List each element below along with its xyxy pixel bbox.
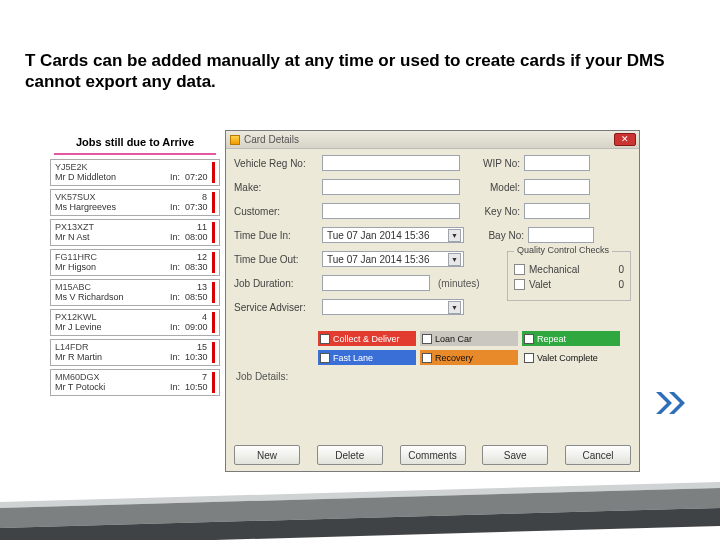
tag-label: Loan Car [435,334,472,344]
card-num: 8 [202,192,207,202]
job-card[interactable]: PX13XZT11Mr N AstIn: 08:00 [50,219,220,246]
job-card[interactable]: FG11HRC12Mr HigsonIn: 08:30 [50,249,220,276]
tag-label: Collect & Deliver [333,334,400,344]
card-num: 11 [197,222,207,232]
footer-decor [0,488,720,540]
job-card[interactable]: PX12KWL4Mr J LevineIn: 09:00 [50,309,220,336]
label-vehicle-reg: Vehicle Reg No: [234,158,318,169]
tag-label: Valet Complete [537,353,598,363]
model-input[interactable] [524,179,590,195]
key-no-input[interactable] [524,203,590,219]
card-time: In: 10:30 [170,352,215,362]
job-card[interactable]: L14FDR15Mr R MartinIn: 10:30 [50,339,220,366]
qc-label: Valet [529,279,612,290]
qc-legend: Quality Control Checks [514,245,612,255]
checkbox[interactable] [320,353,330,363]
checkbox[interactable] [524,334,534,344]
job-card[interactable]: YJ5E2KMr D MiddletonIn: 07:20 [50,159,220,186]
chevron-down-icon[interactable]: ▼ [448,301,461,314]
customer-input[interactable] [322,203,460,219]
job-duration-input[interactable] [322,275,430,291]
jobs-panel: Jobs still due to Arrive YJ5E2KMr D Midd… [50,132,220,399]
save-button[interactable]: Save [482,445,548,465]
label-bay-no: Bay No: [474,230,524,241]
job-card[interactable]: VK57SUX8Ms HargreevesIn: 07:30 [50,189,220,216]
delete-button[interactable]: Delete [317,445,383,465]
card-name: Mr D Middleton [55,172,116,182]
tag-repeat[interactable]: Repeat [522,331,620,346]
card-status-bar [212,222,215,243]
card-time: In: 07:20 [170,172,215,182]
cancel-button[interactable]: Cancel [565,445,631,465]
new-button[interactable]: New [234,445,300,465]
checkbox[interactable] [422,334,432,344]
label-key-no: Key No: [470,206,520,217]
label-customer: Customer: [234,206,318,217]
time-due-in-combo[interactable]: Tue 07 Jan 2014 15:36 ▼ [322,227,464,243]
card-status-bar [212,342,215,363]
card-time: In: 08:50 [170,292,215,302]
card-reg: PX13XZT [55,222,215,232]
time-due-out-combo[interactable]: Tue 07 Jan 2014 15:36 ▼ [322,251,464,267]
card-time: In: 07:30 [170,202,215,212]
card-reg: VK57SUX [55,192,215,202]
checkbox[interactable] [422,353,432,363]
card-details-dialog: Card Details ✕ Vehicle Reg No: WIP No: M… [225,130,640,472]
quality-control-group: Quality Control Checks Mechanical0Valet0 [507,251,631,301]
dialog-titlebar: Card Details ✕ [226,131,639,149]
label-time-due-in: Time Due In: [234,230,318,241]
card-num: 12 [197,252,207,262]
card-name: Mr N Ast [55,232,90,242]
close-icon[interactable]: ✕ [614,133,636,146]
qc-label: Mechanical [529,264,612,275]
checkbox[interactable] [514,264,525,275]
card-status-bar [212,192,215,213]
card-name: Ms V Richardson [55,292,124,302]
job-card[interactable]: M15ABC13Ms V RichardsonIn: 08:50 [50,279,220,306]
card-status-bar [212,312,215,333]
label-wip-no: WIP No: [470,158,520,169]
checkbox[interactable] [320,334,330,344]
card-name: Mr R Martin [55,352,102,362]
card-reg: M15ABC [55,282,215,292]
card-name: Mr Higson [55,262,96,272]
card-time: In: 08:30 [170,262,215,272]
wip-no-input[interactable] [524,155,590,171]
tag-fast-lane[interactable]: Fast Lane [318,350,416,365]
svg-marker-0 [656,392,672,414]
tag-collect-deliver[interactable]: Collect & Deliver [318,331,416,346]
service-adviser-combo[interactable]: ▼ [322,299,464,315]
card-time: In: 09:00 [170,322,215,332]
checkbox[interactable] [514,279,525,290]
bay-no-input[interactable] [528,227,594,243]
card-reg: L14FDR [55,342,215,352]
vehicle-reg-input[interactable] [322,155,460,171]
tag-label: Fast Lane [333,353,373,363]
dialog-icon [230,135,240,145]
label-service-adviser: Service Adviser: [234,302,318,313]
dialog-buttons: NewDeleteCommentsSaveCancel [234,445,631,465]
card-time: In: 08:00 [170,232,215,242]
card-reg: YJ5E2K [55,162,215,172]
label-make: Make: [234,182,318,193]
job-card[interactable]: MM60DGX7Mr T PotockiIn: 10:50 [50,369,220,396]
chevron-down-icon[interactable]: ▼ [448,253,461,266]
card-status-bar [212,282,215,303]
card-status-bar [212,372,215,393]
make-input[interactable] [322,179,460,195]
qc-value: 0 [612,264,624,275]
tag-recovery[interactable]: Recovery [420,350,518,365]
comments-button[interactable]: Comments [400,445,466,465]
card-reg: FG11HRC [55,252,215,262]
next-arrows-icon[interactable] [656,392,690,414]
card-status-bar [212,162,215,183]
jobs-panel-divider [54,153,216,155]
checkbox[interactable] [524,353,534,363]
chevron-down-icon[interactable]: ▼ [448,229,461,242]
card-reg: MM60DGX [55,372,215,382]
duration-unit: (minutes) [438,278,480,289]
tag-valet-complete[interactable]: Valet Complete [522,350,620,365]
tag-loan-car[interactable]: Loan Car [420,331,518,346]
card-num: 15 [197,342,207,352]
label-model: Model: [470,182,520,193]
